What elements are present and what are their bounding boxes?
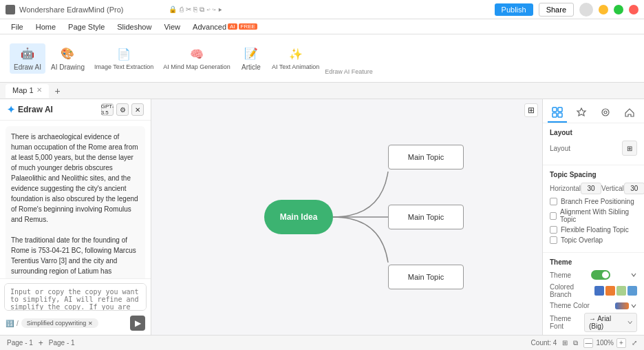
toolbar-drawing[interactable]: 🎨 AI Drawing <box>47 43 89 74</box>
edraw-ai-icon: 🤖 <box>20 46 35 61</box>
theme-font-row: Theme Font → Arial (Big) <box>550 313 637 332</box>
share-button[interactable]: Share <box>539 3 574 17</box>
menu-page-style[interactable]: Page Style <box>63 21 110 32</box>
r-tab-style[interactable] <box>572 103 591 123</box>
toolbar-image-text[interactable]: 📄 Image Text Extraction <box>90 43 158 73</box>
tab-map1[interactable]: Map 1 ✕ <box>6 84 49 98</box>
sibling-align-label: Alignment With Sibling Topic <box>560 208 637 223</box>
colored-branch-colors <box>594 286 637 296</box>
menu-file[interactable]: File <box>6 21 29 32</box>
panel-badge: GPT-3.5 <box>101 103 114 116</box>
cb-swatch-1[interactable] <box>594 286 604 296</box>
cb-swatch-3[interactable] <box>616 286 626 296</box>
r-tab-layout[interactable] <box>548 103 567 123</box>
branch-free[interactable]: Branch Free Positioning <box>550 198 637 205</box>
branch-free-check[interactable] <box>550 198 557 205</box>
r-tab-home[interactable] <box>620 103 639 123</box>
vertical-value[interactable]: 30 <box>624 183 644 194</box>
toolbar-animation[interactable]: ✨ AI Text Animation <box>268 43 323 73</box>
chat-msg-text-1: There is archaeological evidence of huma… <box>6 126 145 278</box>
panel-title-text: Edraw AI <box>18 105 53 114</box>
layout-row: Layout ⊞ <box>550 141 637 156</box>
chat-input[interactable] <box>4 283 147 311</box>
colored-branch-row: Colored Branch <box>550 283 637 298</box>
theme-section: Theme Theme Colored Branch Theme Color <box>543 253 644 335</box>
animation-icon: ✨ <box>288 46 303 61</box>
zoom-in-btn[interactable]: + <box>616 338 626 348</box>
r-tab-settings[interactable] <box>596 103 615 123</box>
chat-messages: There is archaeological evidence of huma… <box>0 121 151 278</box>
status-left: Page - 1 + Page - 1 <box>7 338 75 348</box>
sibling-align[interactable]: Alignment With Sibling Topic <box>550 208 637 223</box>
toolbar-mindmap[interactable]: 🧠 AI Mind Map Generation <box>159 43 235 73</box>
fit-view-icon[interactable]: ⊞ <box>562 339 568 347</box>
page-name[interactable]: Page - 1 <box>49 339 75 347</box>
topic-node-2[interactable]: Main Topic <box>388 205 464 229</box>
topic-overlap-check[interactable] <box>550 236 557 244</box>
status-bar: Page - 1 + Page - 1 Count: 4 ⊞ ⧉ — 100% … <box>0 335 644 350</box>
sibling-align-check[interactable] <box>550 212 557 220</box>
maximize-button[interactable] <box>614 5 623 14</box>
layout-label: Layout <box>550 145 570 152</box>
toolbar-mindmap-label: AI Mind Map Generation <box>163 63 230 70</box>
menu-slideshow[interactable]: Slideshow <box>111 21 157 32</box>
canvas-area[interactable]: Main Idea Main Topic Main Topic Main Top… <box>151 99 542 335</box>
svg-rect-3 <box>558 113 562 117</box>
tab-bar: Map 1 ✕ + <box>0 83 644 99</box>
toolbar-article[interactable]: 📝 Article <box>236 43 266 74</box>
topic-node-3[interactable]: Main Topic <box>388 265 464 289</box>
tab-close-icon[interactable]: ✕ <box>36 86 42 94</box>
right-panel-tabs <box>543 99 644 123</box>
flexible-float-check[interactable] <box>550 226 557 234</box>
zoom-control: — 100% + <box>583 338 626 348</box>
panel-settings-btn[interactable]: ⚙ <box>116 103 129 116</box>
toolbar-edraw-ai-label: Edraw AI <box>14 63 41 71</box>
mindmap-icon: 🧠 <box>189 46 204 61</box>
app-title: Wondershare EdrawMind (Pro) <box>19 6 123 14</box>
minimize-button[interactable] <box>599 5 608 14</box>
branch-free-label: Branch Free Positioning <box>561 198 634 205</box>
theme-font-label: Theme Font <box>550 315 584 330</box>
close-button[interactable] <box>629 5 638 14</box>
topic-node-1[interactable]: Main Topic <box>388 145 464 169</box>
add-page-btn[interactable]: + <box>39 338 43 348</box>
cb-swatch-4[interactable] <box>627 286 637 296</box>
horizontal-value[interactable]: 30 <box>581 183 601 194</box>
fullscreen-btn[interactable]: ⤢ <box>632 339 637 347</box>
chat-input-footer: 🔢 / Simplified copywriting ✕ ▶ <box>4 316 147 331</box>
menu-advanced[interactable]: Advanced AI FREE <box>187 21 263 32</box>
user-avatar[interactable] <box>579 3 593 17</box>
toolbar: 🤖 Edraw AI 🎨 AI Drawing 📄 Image Text Ext… <box>0 34 644 83</box>
toolbar-edraw-ai[interactable]: 🤖 Edraw AI <box>10 43 45 74</box>
flexible-float[interactable]: Flexible Floating Topic <box>550 226 637 234</box>
footer-left: 🔢 / Simplified copywriting ✕ <box>6 318 98 328</box>
menu-view[interactable]: View <box>158 21 186 32</box>
count-label: Count: 4 <box>531 339 557 347</box>
simplify-tag[interactable]: Simplified copywriting ✕ <box>21 318 99 328</box>
cb-swatch-2[interactable] <box>605 286 615 296</box>
topic-spacing-title: Topic Spacing <box>550 171 637 178</box>
simplify-close[interactable]: ✕ <box>88 320 93 327</box>
zoom-out-btn[interactable]: — <box>583 338 593 348</box>
theme-chevron[interactable] <box>630 271 637 278</box>
zoom-value: 100% <box>596 339 614 347</box>
app-icon <box>6 5 15 14</box>
menu-home[interactable]: Home <box>30 21 61 32</box>
main-idea-node[interactable]: Main Idea <box>264 200 333 234</box>
expand-icon[interactable]: ⧉ <box>573 339 578 347</box>
theme-toggle[interactable] <box>591 270 610 280</box>
topic-overlap[interactable]: Topic Overlap <box>550 236 637 244</box>
page-indicator[interactable]: Page - 1 <box>7 339 33 347</box>
tab-add-button[interactable]: + <box>52 85 64 97</box>
canvas-content: Main Idea Main Topic Main Topic Main Top… <box>151 99 542 335</box>
mind-map: Main Idea Main Topic Main Topic Main Top… <box>230 134 464 300</box>
theme-font-select[interactable]: → Arial (Big) <box>584 313 637 332</box>
publish-button[interactable]: Publish <box>495 3 533 16</box>
canvas-expand-btn[interactable]: ⊞ <box>524 103 538 117</box>
layout-expand-btn[interactable]: ⊞ <box>622 141 637 156</box>
theme-color-toggle[interactable] <box>615 302 637 309</box>
svg-marker-4 <box>577 108 586 116</box>
panel-close-btn[interactable]: ✕ <box>131 103 144 116</box>
topic-spacing-section: Topic Spacing Horizontal 30 Vertical 30 … <box>543 165 644 253</box>
send-button[interactable]: ▶ <box>130 316 145 331</box>
